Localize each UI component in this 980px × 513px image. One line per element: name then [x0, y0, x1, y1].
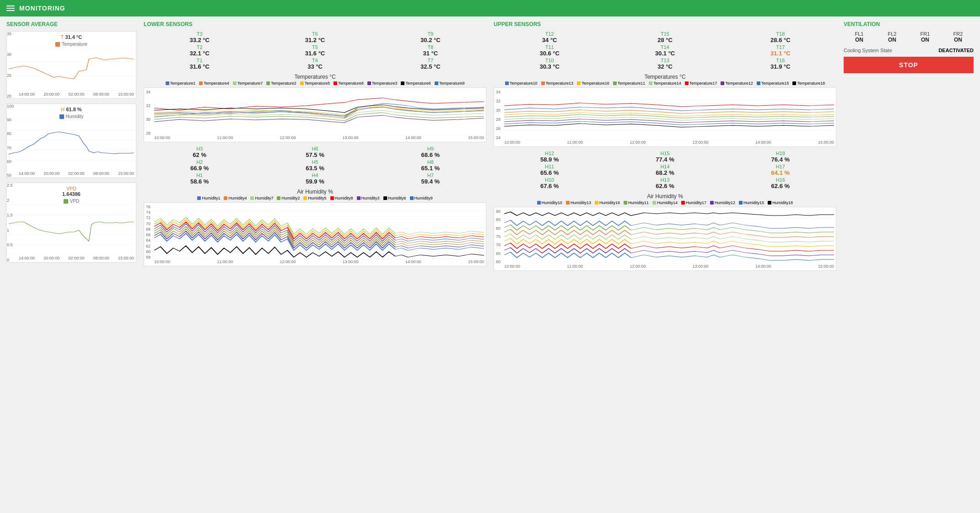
hamburger-menu[interactable] — [6, 5, 15, 11]
lower-temp-grid: T333.2 °CT631.2 °CT930.2 °CT232.1 °CT531… — [144, 31, 486, 70]
legend-item: Temperature5 — [300, 81, 330, 86]
upper-temp-chart: 343230282624 — [494, 87, 836, 147]
temp-avg-chart: T 31.4 °C Temperature 35 30 25 20 — [6, 31, 136, 99]
vent-fan-cell: FL2ON — [877, 31, 908, 43]
vpd-y-axis: 2.5 2 1.5 1 0.5 0 — [7, 183, 17, 262]
legend-item: Temperature10 — [505, 81, 538, 86]
humid-y-axis: 100 90 80 70 60 50 — [7, 104, 17, 178]
upper-humid-cell: H1258.9 % — [494, 151, 605, 163]
temp-x-axis: 14:00:0020:00:0002:00:0008:00:0015:00:00 — [9, 92, 134, 97]
vpd-avg-chart: VPD 1.64386 VPD 2.5 2 1.5 1 0.5 0 — [6, 183, 136, 263]
legend-item: Humidity15 — [739, 200, 764, 205]
legend-item: Temperature13 — [541, 81, 574, 86]
ventilation-panel: VENTILATION FL1ONFL2ONFR1ONFR2ON Cooling… — [840, 21, 977, 275]
upper-humid-cell: H1362.6 % — [609, 177, 721, 189]
legend-item: Humidity17 — [681, 200, 706, 205]
upper-temp-legend: Temperature10Temperature13Temperature16T… — [494, 81, 836, 86]
lower-temp-legend: Temperature1Temperature4Temperature7Temp… — [144, 81, 486, 86]
legend-item: Humidity8 — [330, 196, 353, 200]
legend-item: Humidity9 — [410, 196, 433, 200]
lower-humid-grid: H362 %H657.5 %H968.6 %H266.9 %H563.5 %H8… — [144, 146, 486, 185]
upper-temp-cell: T1430.1 °C — [609, 44, 721, 57]
lower-humid-cell: H968.6 % — [375, 146, 486, 158]
lower-temp-cell: T732.5 °C — [375, 58, 486, 70]
vent-fan-cell: FR2ON — [942, 31, 974, 43]
legend-item: Humidity13 — [566, 200, 591, 205]
legend-item: Temperature1 — [166, 81, 196, 86]
legend-item: Humidity14 — [652, 200, 678, 205]
upper-temp-cell: T1631.9 °C — [725, 58, 836, 70]
legend-item: Humidity5 — [303, 196, 326, 200]
vpd-x-axis: 14:00:0020:00:0002:00:0008:00:0015:00:00 — [9, 256, 134, 260]
lower-humid-cell: H459.9 % — [259, 173, 371, 185]
upper-temp-cell: T1332 °C — [609, 58, 721, 70]
cooling-state: DEACTIVATED — [938, 48, 974, 53]
lower-sensors-panel: LOWER SENSORS T333.2 °CT631.2 °CT930.2 °… — [140, 21, 490, 275]
upper-humid-legend: Humidity10Humidity13Humidity16Humidity11… — [494, 200, 836, 205]
lower-humid-svg — [154, 205, 484, 259]
legend-item: Temperature11 — [613, 81, 646, 86]
upper-temp-cell: T1234 °C — [494, 31, 605, 43]
legend-item: Humidity10 — [537, 200, 562, 205]
upper-humid-chart: 90858075706560 — [494, 207, 836, 271]
lower-humid-cell: H158.6 % — [144, 173, 255, 185]
stop-button[interactable]: STOP — [844, 57, 974, 73]
legend-item: Humidity7 — [250, 196, 273, 200]
legend-item: Temperature7 — [233, 81, 263, 86]
upper-humid-cell: H1165.6 % — [494, 164, 605, 176]
upper-temp-chart-title: Temperatures °C — [494, 74, 836, 80]
legend-item: Temperature17 — [685, 81, 717, 86]
vpd-avg-svg — [9, 205, 134, 255]
lower-humid-cell: H362 % — [144, 146, 255, 158]
upper-temp-cell: T1828.6 °C — [725, 31, 836, 43]
legend-item: Temperature14 — [649, 81, 681, 86]
temp-y-axis: 35 30 25 20 — [7, 32, 17, 98]
app-title: MONITORING — [19, 5, 65, 12]
lower-humid-cell: H759.4 % — [375, 173, 486, 185]
legend-item: Temperature9 — [435, 81, 465, 86]
legend-item: Temperature18 — [792, 81, 825, 86]
lower-temp-cell: T433 °C — [259, 58, 371, 70]
ventilation-title: VENTILATION — [844, 21, 974, 27]
legend-item: Humidity18 — [768, 200, 793, 205]
legend-item: Temperature12 — [721, 81, 753, 86]
upper-humid-cell: H1662.6 % — [725, 177, 836, 189]
legend-item: Humidity16 — [595, 200, 620, 205]
vent-fans-grid: FL1ONFL2ONFR1ONFR2ON — [844, 31, 974, 43]
lower-humid-cell: H865.1 % — [375, 159, 486, 172]
lower-sensors-title: LOWER SENSORS — [144, 21, 486, 27]
lower-temp-cell: T831 °C — [375, 44, 486, 57]
lower-humid-cell: H657.5 % — [259, 146, 371, 158]
legend-item: Temperature16 — [577, 81, 609, 86]
lower-temp-chart-title: Temperatures °C — [144, 74, 486, 80]
legend-item: Humidity4 — [224, 196, 247, 200]
legend-item: Temperature15 — [757, 81, 789, 86]
humid-avg-chart: H 61.8 % Humidity 100 90 80 70 60 50 — [6, 103, 136, 178]
upper-sensors-panel: UPPER SENSORS T1234 °CT1528 °CT1828.6 °C… — [490, 21, 840, 275]
upper-humid-svg — [504, 209, 834, 264]
lower-humid-chart-title: Air Humidity % — [144, 189, 486, 195]
legend-item: Humidity11 — [624, 200, 649, 205]
lower-humid-cell: H563.5 % — [259, 159, 371, 172]
humid-x-axis: 14:00:0020:00:0002:00:0008:00:0015:00:00 — [9, 171, 134, 176]
sensor-average-panel: SENSOR AVERAGE T 31.4 °C Temperature 35 … — [3, 21, 140, 275]
humid-avg-svg — [9, 120, 134, 170]
upper-humid-cell: H1468.2 % — [609, 164, 721, 176]
vent-fan-cell: FL1ON — [844, 31, 875, 43]
legend-item: Humidity2 — [277, 196, 300, 200]
upper-sensors-title: UPPER SENSORS — [494, 21, 836, 27]
upper-humid-grid: H1258.9 %H1577.4 %H1876.4 %H1165.6 %H146… — [494, 151, 836, 189]
lower-humid-cell: H266.9 % — [144, 159, 255, 172]
upper-temp-cell: T1528 °C — [609, 31, 721, 43]
header: MONITORING — [0, 0, 980, 16]
upper-temp-cell: T1130.6 °C — [494, 44, 605, 57]
upper-temp-cell: T1731.1 °C — [725, 44, 836, 57]
lower-humid-legend: Humidity1Humidity4Humidity7Humidity2Humi… — [144, 196, 486, 200]
lower-temp-cell: T232.1 °C — [144, 44, 255, 57]
lower-temp-svg — [154, 90, 484, 135]
upper-humid-cell: H1876.4 % — [725, 151, 836, 163]
upper-humid-cell: H1067.6 % — [494, 177, 605, 189]
legend-item: Humidity1 — [197, 196, 220, 200]
legend-item: Humidity3 — [357, 196, 380, 200]
cooling-label: Cooling System State — [844, 48, 892, 53]
